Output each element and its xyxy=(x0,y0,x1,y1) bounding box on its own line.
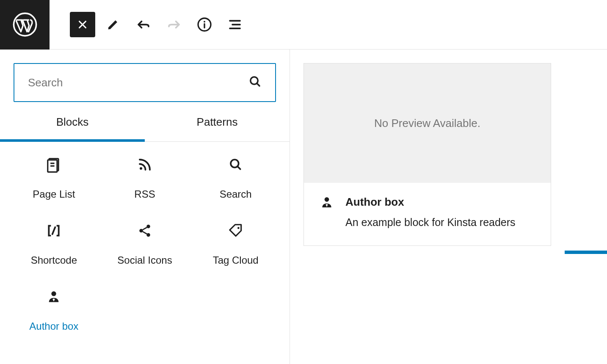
block-label: Social Icons xyxy=(117,254,172,266)
wordpress-logo[interactable] xyxy=(0,0,50,50)
block-label: RSS xyxy=(134,188,155,200)
block-label: Page List xyxy=(33,188,75,200)
block-label: Shortcode xyxy=(31,254,77,266)
svg-point-8 xyxy=(146,225,150,229)
block-preview-panel: No Preview Available. Author box An exam… xyxy=(290,50,607,364)
edit-tool-button[interactable] xyxy=(100,12,126,37)
search-icon xyxy=(249,75,262,90)
editor-toolbar xyxy=(0,0,607,50)
undo-button[interactable] xyxy=(131,12,156,37)
svg-point-9 xyxy=(139,229,143,233)
preview-title: Author box xyxy=(345,196,516,209)
toggle-inserter-button[interactable] xyxy=(70,12,95,37)
author-box-icon xyxy=(47,288,61,305)
block-shortcode[interactable]: Shortcode xyxy=(8,211,99,277)
search-box xyxy=(14,63,276,102)
shortcode-icon xyxy=(45,222,62,239)
preview-placeholder: No Preview Available. xyxy=(304,63,551,183)
svg-point-12 xyxy=(52,291,56,296)
block-label: Tag Cloud xyxy=(213,254,259,266)
preview-info: Author box An example block for Kinsta r… xyxy=(304,183,551,245)
accent-bar xyxy=(565,251,607,254)
redo-button xyxy=(161,12,187,37)
author-icon xyxy=(320,196,334,229)
block-tag-cloud[interactable]: Tag Cloud xyxy=(190,211,281,277)
block-social-icons[interactable]: Social Icons xyxy=(99,211,190,277)
block-author-box[interactable]: Author box xyxy=(8,277,99,343)
block-rss[interactable]: RSS xyxy=(99,145,190,211)
search-block-icon xyxy=(229,156,243,173)
details-button[interactable] xyxy=(192,12,217,37)
svg-point-6 xyxy=(140,167,142,170)
svg-point-2 xyxy=(204,21,205,22)
page-list-icon xyxy=(46,156,62,173)
search-input[interactable] xyxy=(28,76,249,89)
svg-point-13 xyxy=(325,197,329,202)
svg-point-10 xyxy=(146,233,150,237)
block-label: Search xyxy=(220,188,252,200)
svg-point-11 xyxy=(237,227,240,229)
tab-blocks[interactable]: Blocks xyxy=(0,116,145,141)
inserter-tabs: Blocks Patterns xyxy=(0,116,290,142)
blocks-grid: Page List RSS Search Shortcode xyxy=(0,142,290,347)
preview-card: No Preview Available. Author box An exam… xyxy=(304,63,551,246)
block-label: Author box xyxy=(29,320,78,332)
tab-patterns[interactable]: Patterns xyxy=(145,116,290,141)
preview-description: An example block for Kinsta readers xyxy=(345,216,516,229)
social-icons-icon xyxy=(138,222,152,239)
list-view-button[interactable] xyxy=(222,12,248,37)
block-inserter-panel: Blocks Patterns Page List RSS Search xyxy=(0,50,290,364)
tag-cloud-icon xyxy=(228,222,244,239)
block-page-list[interactable]: Page List xyxy=(8,145,99,211)
rss-icon xyxy=(137,156,152,173)
block-search[interactable]: Search xyxy=(190,145,281,211)
